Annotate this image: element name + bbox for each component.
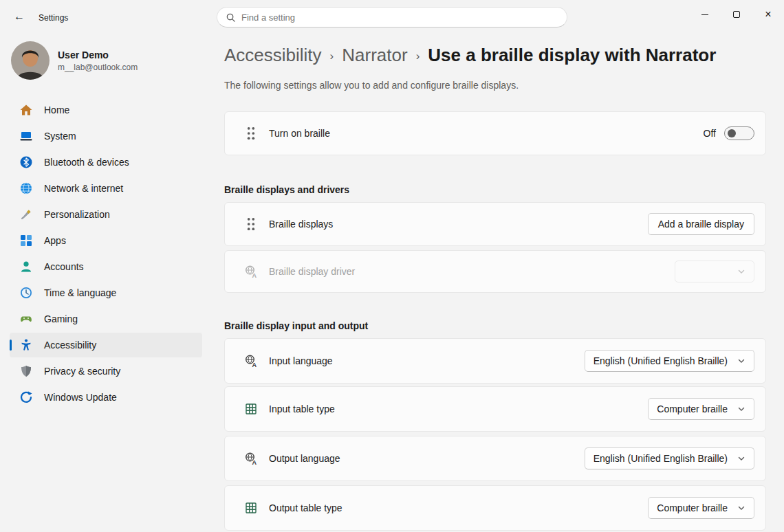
home-icon [19, 103, 33, 117]
sidebar-item-label: System [44, 131, 76, 142]
search-icon [226, 12, 236, 23]
titlebar: ← Settings × [0, 0, 784, 33]
sidebar-item-system[interactable]: System [10, 124, 202, 148]
sidebar-item-label: Gaming [44, 313, 78, 324]
maximize-icon [733, 11, 740, 18]
sidebar-item-label: Time & language [44, 287, 116, 298]
output-table-type-dropdown[interactable]: Computer braille [648, 497, 754, 519]
page-title: Use a braille display with Narrator [428, 45, 716, 66]
window-controls: × [689, 0, 784, 29]
output-language-card: A Output language English (Unified Engli… [224, 436, 766, 481]
language-globe-icon: A [244, 353, 258, 368]
braille-display-driver-dropdown [675, 261, 754, 282]
network-globe-icon [19, 181, 33, 195]
chevron-down-icon [737, 504, 745, 512]
output-language-dropdown[interactable]: English (Unified English Braille) [585, 447, 754, 469]
output-language-label: Output language [269, 453, 340, 464]
page-description: The following settings allow you to add … [224, 80, 766, 91]
svg-text:A: A [252, 272, 257, 279]
input-language-card: A Input language English (Unified Englis… [224, 338, 766, 384]
sidebar-item-label: Windows Update [44, 392, 117, 403]
back-button[interactable]: ← [7, 5, 32, 27]
system-icon [19, 129, 33, 143]
sidebar-item-bluetooth-devices[interactable]: Bluetooth & devices [10, 150, 202, 175]
breadcrumb-separator: › [330, 47, 334, 63]
sidebar-item-gaming[interactable]: Gaming [10, 307, 202, 331]
input-table-type-dropdown[interactable]: Computer braille [648, 398, 754, 420]
sidebar-item-home[interactable]: Home [10, 98, 202, 122]
output-table-type-card: Output table type Computer braille [224, 485, 766, 531]
sidebar-item-label: Privacy & security [44, 366, 120, 377]
braille-displays-card: Braille displays Add a braille display [224, 202, 766, 246]
close-icon: × [765, 8, 771, 21]
accessibility-person-icon [19, 338, 33, 352]
apps-grid-icon [19, 234, 33, 247]
toggle-knob [728, 129, 736, 137]
user-email: m__lab@outlook.com [58, 63, 138, 72]
turn-on-braille-label: Turn on braille [269, 128, 330, 139]
braille-display-driver-label: Braille display driver [269, 266, 355, 277]
dropdown-value: English (Unified English Braille) [594, 453, 728, 464]
user-info: User Demo m__lab@outlook.com [58, 49, 138, 72]
gaming-controller-icon [19, 312, 33, 326]
chevron-down-icon [737, 405, 745, 413]
input-language-label: Input language [269, 355, 333, 366]
personalization-brush-icon [19, 208, 33, 221]
braille-toggle[interactable] [724, 126, 754, 140]
sidebar-item-label: Bluetooth & devices [44, 157, 129, 168]
breadcrumb: Accessibility › Narrator › Use a braille… [224, 41, 766, 69]
sidebar-item-privacy-security[interactable]: Privacy & security [10, 359, 202, 384]
search-box[interactable] [217, 7, 567, 27]
sidebar-item-label: Accessibility [44, 340, 96, 351]
sidebar-item-personalization[interactable]: Personalization [10, 202, 202, 227]
breadcrumb-accessibility[interactable]: Accessibility [224, 45, 322, 66]
search-input[interactable] [241, 12, 558, 23]
section-input-output: Braille display input and output [224, 320, 766, 331]
sidebar-item-label: Personalization [44, 209, 110, 220]
chevron-down-icon [737, 357, 745, 365]
bluetooth-icon [19, 155, 33, 169]
breadcrumb-narrator[interactable]: Narrator [342, 45, 407, 66]
svg-text:A: A [252, 459, 257, 466]
language-globe-icon: A [244, 264, 258, 279]
chevron-down-icon [737, 454, 745, 463]
sidebar-item-label: Apps [44, 235, 66, 246]
sidebar-item-label: Network & internet [44, 183, 123, 194]
main-content: Accessibility › Narrator › Use a braille… [224, 33, 766, 531]
section-displays-drivers: Braille displays and drivers [224, 184, 766, 195]
add-braille-display-button[interactable]: Add a braille display [648, 213, 754, 235]
turn-on-braille-card: Turn on braille Off [224, 111, 766, 155]
sidebar-item-windows-update[interactable]: Windows Update [10, 385, 202, 410]
minimize-icon [701, 14, 708, 15]
braille-display-driver-card: A Braille display driver [224, 250, 766, 293]
input-language-dropdown[interactable]: English (Unified English Braille) [585, 350, 754, 372]
sidebar-item-label: Home [44, 104, 69, 115]
sidebar-item-accounts[interactable]: Accounts [10, 254, 202, 279]
dropdown-value: Computer braille [657, 502, 728, 513]
language-globe-icon: A [244, 451, 258, 466]
sidebar-item-time-language[interactable]: Time & language [10, 280, 202, 305]
table-grid-icon [244, 401, 258, 417]
input-table-type-card: Input table type Computer braille [224, 386, 766, 432]
sidebar-item-label: Accounts [44, 261, 84, 272]
input-table-type-label: Input table type [269, 403, 335, 414]
minimize-button[interactable] [689, 0, 721, 29]
user-account-block[interactable]: User Demo m__lab@outlook.com [0, 41, 206, 80]
breadcrumb-separator: › [416, 47, 420, 63]
close-button[interactable]: × [752, 0, 784, 29]
shield-icon [19, 364, 33, 378]
table-grid-icon [244, 500, 258, 516]
svg-text:A: A [252, 362, 257, 368]
clock-icon [19, 286, 33, 300]
avatar [11, 41, 50, 80]
sidebar-item-network-internet[interactable]: Network & internet [10, 176, 202, 201]
toggle-state-label: Off [704, 128, 716, 139]
dropdown-value: English (Unified English Braille) [594, 355, 728, 366]
sidebar: User Demo m__lab@outlook.com Home System… [0, 33, 206, 532]
maximize-button[interactable] [721, 0, 752, 29]
chevron-down-icon [737, 267, 745, 276]
accounts-person-icon [19, 260, 33, 274]
sidebar-item-apps[interactable]: Apps [10, 228, 202, 253]
braille-displays-label: Braille displays [269, 219, 333, 230]
sidebar-item-accessibility[interactable]: Accessibility [10, 333, 202, 357]
